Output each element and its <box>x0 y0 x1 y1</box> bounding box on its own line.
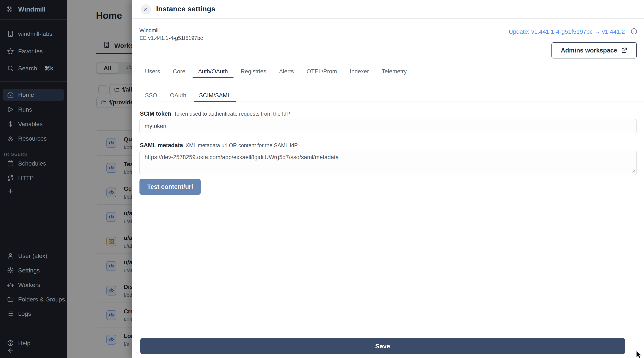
sidebar-item-folders-groups[interactable]: Folders & Groups... <box>0 293 68 305</box>
settings-tabs: Users Core Auth/OAuth Registries Alerts … <box>140 66 644 78</box>
sidebar-item-workers[interactable]: Workers <box>0 279 68 291</box>
tab-users[interactable]: Users <box>140 66 166 78</box>
app-name: Windmill <box>140 27 203 34</box>
user-icon <box>7 252 14 259</box>
sidebar-divider <box>0 81 68 82</box>
tab-indexer[interactable]: Indexer <box>344 66 374 78</box>
search-shortcut: ⌘k <box>44 65 53 72</box>
sidebar-item-label: Home <box>18 92 34 98</box>
update-link[interactable]: Update: v1.441.1-4-g51f5197bc → v1.441.2 <box>508 28 625 35</box>
calendar-icon <box>7 160 14 167</box>
sidebar-item-home[interactable]: Home <box>2 89 64 101</box>
gear-icon <box>7 267 14 274</box>
scim-token-label: SCIM token <box>140 111 171 117</box>
sidebar-item-label: Search <box>18 65 37 72</box>
external-link-icon <box>621 47 627 54</box>
drawer-header: Instance settings <box>132 0 644 19</box>
sidebar: Windmill windmill-labs Favorites Search … <box>0 0 68 358</box>
brand-name: Windmill <box>18 6 46 13</box>
close-button[interactable] <box>141 4 151 15</box>
search-icon <box>7 65 14 72</box>
sidebar-item-settings[interactable]: Settings <box>0 264 68 276</box>
tab-registries[interactable]: Registries <box>235 66 272 78</box>
saml-metadata-label: SAML metadata <box>140 142 183 149</box>
sidebar-item-schedules[interactable]: Schedules <box>0 157 68 169</box>
admins-workspace-label: Admins workspace <box>561 47 617 54</box>
sidebar-item-label: Variables <box>18 121 43 128</box>
instance-settings-drawer: Instance settings Windmill EE v1.441.1-4… <box>132 0 644 358</box>
test-content-url-button[interactable]: Test content/url <box>140 179 201 195</box>
drawer-title: Instance settings <box>156 5 216 13</box>
saml-metadata-hint: XML metadata url OR content for the SAML… <box>186 142 298 149</box>
triggers-section-label: TRIGGERS <box>3 152 27 157</box>
sidebar-item-add-trigger[interactable] <box>0 185 68 197</box>
mouse-cursor <box>636 351 644 358</box>
saml-metadata-field: https://dev-2578259.okta.com/app/exkaell… <box>140 151 636 175</box>
plus-icon <box>7 188 14 195</box>
tab-alerts[interactable]: Alerts <box>274 66 300 78</box>
sidebar-item-variables[interactable]: Variables <box>0 118 68 130</box>
sidebar-item-user[interactable]: User (alex) <box>0 250 68 262</box>
update-area: Update: v1.441.1-4-g51f5197bc → v1.441.2 <box>508 28 638 36</box>
sidebar-item-label: Settings <box>18 267 40 274</box>
building-icon <box>7 30 14 37</box>
sidebar-item-runs[interactable]: Runs <box>0 104 68 115</box>
tab-auth-oauth[interactable]: Auth/OAuth <box>192 66 234 78</box>
sidebar-item-label: HTTP <box>18 175 34 182</box>
tab-otel-prom[interactable]: OTEL/Prom <box>301 66 343 78</box>
sidebar-item-label: windmill-labs <box>18 31 52 37</box>
tab-core[interactable]: Core <box>168 66 191 78</box>
subtab-oauth[interactable]: OAuth <box>164 90 192 102</box>
boxes-icon <box>7 135 14 142</box>
sidebar-item-search[interactable]: Search ⌘k <box>0 62 68 74</box>
scim-token-hint: Token used to authenticate requests from… <box>174 111 290 117</box>
sidebar-item-workspace[interactable]: windmill-labs <box>0 28 68 40</box>
auth-subtabs: SSO OAuth SCIM/SAML <box>140 90 644 102</box>
app-root: Windmill windmill-labs Favorites Search … <box>0 0 644 358</box>
scim-token-input[interactable] <box>140 119 636 133</box>
home-icon <box>7 91 14 98</box>
subtab-sso[interactable]: SSO <box>140 90 163 102</box>
robot-icon <box>7 281 14 288</box>
scim-token-label-row: SCIM token Token used to authenticate re… <box>140 111 290 117</box>
sidebar-item-label: Resources <box>18 135 47 142</box>
sidebar-item-favorites[interactable]: Favorites <box>0 45 68 57</box>
sidebar-item-label: Folders & Groups... <box>18 296 70 303</box>
list-icon <box>7 310 14 317</box>
folder-icon <box>7 296 14 303</box>
sidebar-divider <box>0 19 68 20</box>
sidebar-item-label: Runs <box>18 106 32 113</box>
tab-telemetry[interactable]: Telemetry <box>376 66 412 78</box>
sidebar-item-label: Schedules <box>18 160 46 167</box>
sidebar-item-http[interactable]: HTTP <box>0 172 68 184</box>
subtab-scim-saml[interactable]: SCIM/SAML <box>194 90 236 102</box>
sidebar-item-resources[interactable]: Resources <box>0 133 68 144</box>
brand: Windmill <box>0 0 68 19</box>
close-icon <box>143 7 148 12</box>
version-text: EE v1.441.1-4-g51f5197bc <box>140 34 203 42</box>
resize-handle-icon[interactable] <box>632 170 636 174</box>
route-icon <box>7 174 14 182</box>
save-button[interactable]: Save <box>140 338 625 354</box>
sidebar-item-label: User (alex) <box>18 253 47 259</box>
sidebar-item-label: Workers <box>18 282 40 288</box>
version-block: Windmill EE v1.441.1-4-g51f5197bc <box>140 27 203 42</box>
saml-metadata-textarea[interactable]: https://dev-2578259.okta.com/app/exkaell… <box>140 151 636 175</box>
sidebar-collapse-button[interactable] <box>0 345 68 357</box>
play-icon <box>7 106 14 113</box>
admins-workspace-button[interactable]: Admins workspace <box>552 42 637 59</box>
sidebar-item-logs[interactable]: Logs <box>0 308 68 319</box>
saml-metadata-label-row: SAML metadata XML metadata url OR conten… <box>140 142 298 149</box>
star-icon <box>7 48 14 55</box>
windmill-logo-icon <box>5 5 14 15</box>
dollar-icon <box>7 120 14 128</box>
info-icon[interactable] <box>630 28 638 36</box>
arrow-left-icon <box>7 347 14 354</box>
sidebar-item-label: Favorites <box>18 48 43 55</box>
sidebar-item-label: Logs <box>18 310 31 317</box>
